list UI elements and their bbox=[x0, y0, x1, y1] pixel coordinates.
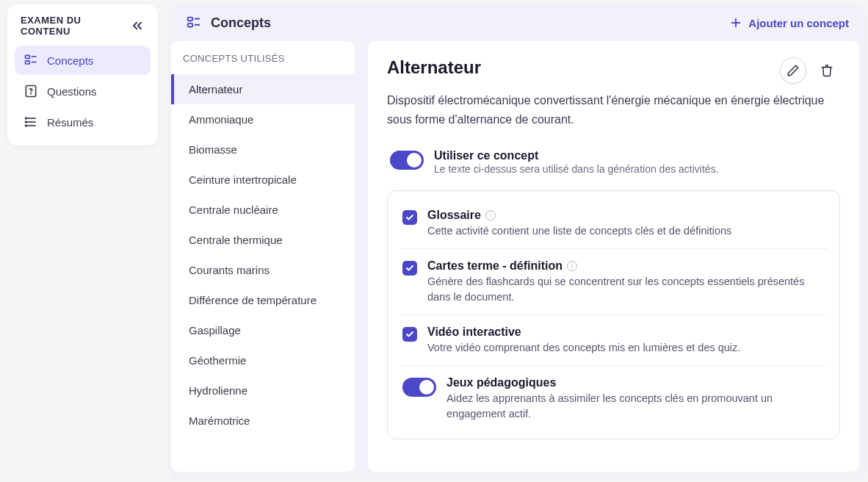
sidebar: EXAMEN DU CONTENU Concepts Questions Rés… bbox=[7, 4, 158, 145]
sidebar-item-resumes[interactable]: Résumés bbox=[15, 107, 151, 137]
activity-row: GlossaireiCette activité contient une li… bbox=[399, 198, 828, 249]
activity-checkbox[interactable] bbox=[402, 261, 417, 276]
main-header-left: Concepts bbox=[186, 15, 271, 31]
check-icon bbox=[405, 213, 414, 222]
sidebar-item-concepts[interactable]: Concepts bbox=[15, 46, 151, 75]
sidebar-item-label: Résumés bbox=[47, 116, 93, 129]
resumes-icon bbox=[23, 115, 38, 129]
concept-item[interactable]: Alternateur bbox=[171, 74, 355, 104]
activity-desc: Cette activité contient une liste de con… bbox=[427, 223, 731, 238]
info-icon[interactable]: i bbox=[567, 261, 577, 271]
concept-item[interactable]: Hydrolienne bbox=[171, 375, 355, 406]
plus-icon bbox=[729, 16, 742, 29]
concept-list[interactable]: CONCEPTS UTILISÉS AlternateurAmmoniaqueB… bbox=[171, 41, 355, 472]
detail-actions bbox=[780, 57, 840, 84]
activity-title: Cartes terme - définitioni bbox=[427, 259, 577, 273]
main-panel: Concepts Ajouter un concept CONCEPTS UTI… bbox=[170, 4, 865, 478]
check-icon bbox=[405, 330, 414, 339]
sidebar-item-label: Concepts bbox=[47, 54, 93, 67]
use-concept-toggle[interactable] bbox=[390, 151, 424, 170]
svg-point-5 bbox=[31, 93, 32, 94]
activity-info: Jeux pédagogiquesAidez les apprenants à … bbox=[446, 376, 825, 421]
concept-item[interactable]: Biomasse bbox=[171, 134, 355, 165]
activity-group: GlossaireiCette activité contient une li… bbox=[387, 190, 840, 439]
activity-desc: Votre vidéo comprenant des concepts mis … bbox=[427, 340, 740, 355]
concepts-icon bbox=[23, 53, 38, 68]
svg-point-10 bbox=[26, 121, 27, 123]
concept-item[interactable]: Courants marins bbox=[171, 255, 355, 285]
questions-icon bbox=[23, 84, 38, 98]
activity-desc: Aidez les apprenants à assimiler les con… bbox=[446, 391, 825, 421]
svg-rect-0 bbox=[26, 55, 30, 58]
svg-rect-12 bbox=[188, 18, 192, 21]
use-concept-subtitle: Le texte ci-dessus sera utilisé dans la … bbox=[434, 163, 719, 175]
main-body: CONCEPTS UTILISÉS AlternateurAmmoniaqueB… bbox=[170, 41, 865, 478]
info-icon[interactable]: i bbox=[485, 210, 496, 220]
sidebar-item-questions[interactable]: Questions bbox=[15, 76, 151, 106]
concept-description: Dispositif électromécanique convertissan… bbox=[387, 91, 840, 129]
activity-row: Jeux pédagogiquesAidez les apprenants à … bbox=[399, 366, 828, 431]
add-concept-button[interactable]: Ajouter un concept bbox=[729, 16, 849, 29]
add-concept-label: Ajouter un concept bbox=[748, 17, 849, 29]
trash-icon bbox=[820, 64, 833, 77]
svg-rect-1 bbox=[26, 61, 30, 64]
activity-title: Vidéo interactive bbox=[427, 325, 521, 339]
concepts-icon bbox=[186, 15, 202, 31]
svg-point-9 bbox=[26, 118, 27, 119]
use-concept-text: Utiliser ce concept Le texte ci-dessus s… bbox=[434, 149, 719, 176]
concept-item[interactable]: Ammoniaque bbox=[171, 104, 355, 134]
activity-checkbox[interactable] bbox=[402, 210, 417, 225]
check-icon bbox=[405, 264, 414, 273]
sidebar-item-label: Questions bbox=[47, 85, 97, 98]
delete-button[interactable] bbox=[814, 57, 840, 84]
activity-info: Cartes terme - définitioniGénère des fla… bbox=[427, 259, 825, 304]
edit-button[interactable] bbox=[780, 57, 806, 84]
concept-item[interactable]: Centrale thermique bbox=[171, 225, 355, 255]
concept-item[interactable]: Gaspillage bbox=[171, 315, 355, 345]
detail-header: Alternateur bbox=[387, 57, 840, 84]
concept-item[interactable]: Centrale nucléaire bbox=[171, 195, 355, 225]
concept-item[interactable]: Marémotrice bbox=[171, 406, 355, 436]
activity-title: Jeux pédagogiques bbox=[446, 376, 556, 389]
chevron-double-left-icon bbox=[130, 18, 145, 33]
concept-detail[interactable]: Alternateur Dispositif électromécanique … bbox=[368, 41, 859, 472]
concept-title: Alternateur bbox=[387, 57, 481, 78]
activity-info: GlossaireiCette activité contient une li… bbox=[427, 209, 731, 238]
concept-list-label: CONCEPTS UTILISÉS bbox=[171, 51, 355, 74]
activity-info: Vidéo interactiveVotre vidéo comprenant … bbox=[427, 325, 740, 355]
concept-item[interactable]: Ceinture intertropicale bbox=[171, 165, 355, 195]
sidebar-title: EXAMEN DU CONTENU bbox=[21, 15, 130, 37]
sidebar-header: EXAMEN DU CONTENU bbox=[15, 12, 151, 46]
page-title: Concepts bbox=[211, 15, 271, 31]
activity-desc: Génère des flashcards qui se concentrent… bbox=[427, 274, 825, 304]
activity-row: Cartes terme - définitioniGénère des fla… bbox=[399, 249, 828, 315]
activity-title: Glossairei bbox=[427, 209, 496, 222]
activity-toggle[interactable] bbox=[402, 378, 436, 397]
activity-row: Vidéo interactiveVotre vidéo comprenant … bbox=[399, 315, 828, 366]
svg-rect-13 bbox=[188, 24, 192, 27]
collapse-sidebar-button[interactable] bbox=[130, 18, 145, 33]
activity-checkbox[interactable] bbox=[402, 327, 417, 342]
use-concept-title: Utiliser ce concept bbox=[434, 149, 719, 162]
svg-point-11 bbox=[26, 125, 27, 126]
concept-item[interactable]: Différence de température bbox=[171, 285, 355, 315]
main-header: Concepts Ajouter un concept bbox=[170, 4, 865, 41]
pencil-icon bbox=[786, 64, 800, 77]
concept-item[interactable]: Géothermie bbox=[171, 345, 355, 375]
use-concept-row: Utiliser ce concept Le texte ci-dessus s… bbox=[387, 149, 840, 176]
